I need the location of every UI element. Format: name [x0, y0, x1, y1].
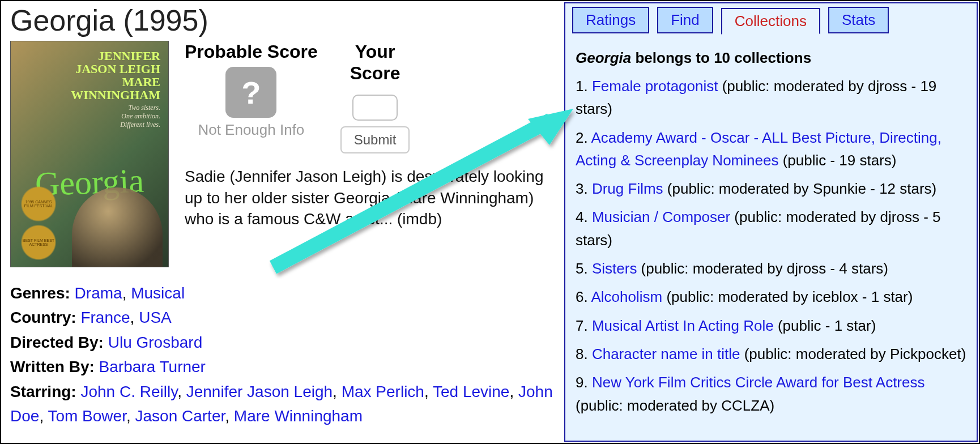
- collection-item: 7. Musical Artist In Acting Role (public…: [576, 314, 966, 337]
- collection-info: (public: moderated by Pickpocket): [740, 345, 966, 362]
- collection-item: 8. Character name in title (public: mode…: [576, 343, 966, 365]
- tab-find[interactable]: Find: [657, 7, 713, 33]
- collection-number: 2.: [576, 129, 591, 146]
- collection-link[interactable]: Alcoholism: [591, 288, 662, 305]
- page-title: Georgia (1995): [10, 3, 555, 37]
- probable-score-unknown-icon: ?: [225, 67, 276, 118]
- collection-item: 3. Drug Films (public: moderated by Spun…: [576, 177, 966, 200]
- director-link[interactable]: Ulu Grosbard: [108, 334, 203, 351]
- country-label: Country:: [10, 309, 76, 326]
- probable-score-label: Probable Score: [185, 41, 318, 62]
- tabs-row: Ratings Find Collections Stats: [565, 3, 977, 33]
- genres-label: Genres:: [10, 284, 70, 302]
- meta-directed: Directed By: Ulu Grosbard: [10, 330, 555, 355]
- cast-link[interactable]: Jennifer Jason Leigh: [186, 383, 333, 400]
- meta-country: Country: France, USA: [10, 305, 555, 330]
- collection-link[interactable]: Musician / Composer: [592, 208, 730, 225]
- cast-link[interactable]: Max Perlich: [342, 383, 424, 400]
- collection-number: 9.: [576, 374, 592, 391]
- movie-poster[interactable]: JENNIFER JASON LEIGH MARE WINNINGHAM Two…: [10, 41, 169, 267]
- collection-info: (public: moderated by iceblox - 1 star): [662, 288, 913, 305]
- collection-info: (public: moderated by CCLZA): [576, 397, 774, 414]
- collection-item: 4. Musician / Composer (public: moderate…: [576, 206, 966, 251]
- tab-stats[interactable]: Stats: [828, 7, 889, 33]
- collection-link[interactable]: Character name in title: [592, 345, 740, 362]
- your-score-label: YourScore: [340, 41, 410, 84]
- written-label: Written By:: [10, 358, 95, 375]
- poster-tagline: Two sisters. One ambition. Different liv…: [120, 104, 160, 129]
- poster-laurel-1: 1995 CANNES FILM FESTIVAL: [18, 183, 59, 225]
- poster-laurel-2: BEST FILM BEST ACTRESS: [18, 221, 59, 263]
- collections-panel: Ratings Find Collections Stats Georgia b…: [564, 2, 978, 442]
- collection-number: 6.: [576, 288, 591, 305]
- cast-link[interactable]: Tom Bower: [48, 407, 126, 425]
- collection-item: 9. New York Film Critics Circle Award fo…: [576, 371, 966, 417]
- collection-link[interactable]: New York Film Critics Circle Award for B…: [592, 374, 925, 391]
- collection-link[interactable]: Musical Artist In Acting Role: [592, 317, 774, 334]
- collections-list: 1. Female protagonist (public: moderated…: [565, 75, 977, 428]
- collection-number: 4.: [576, 208, 592, 225]
- collection-info: (public: moderated by Spunkie - 12 stars…: [663, 180, 937, 197]
- collection-info: (public: moderated by djross - 4 stars): [637, 260, 888, 277]
- collection-number: 3.: [576, 180, 592, 197]
- country-link[interactable]: France: [80, 309, 130, 326]
- collections-heading: Georgia belongs to 10 collections: [565, 33, 977, 75]
- meta-genres: Genres: Drama, Musical: [10, 281, 555, 305]
- directed-label: Directed By:: [10, 334, 104, 351]
- cast-link[interactable]: Jason Carter: [135, 407, 225, 425]
- meta-starring: Starring: John C. Reilly, Jennifer Jason…: [10, 379, 555, 429]
- collection-item: 1. Female protagonist (public: moderated…: [576, 75, 966, 121]
- meta-written: Written By: Barbara Turner: [10, 355, 555, 379]
- collection-number: 8.: [576, 345, 592, 362]
- top-row: JENNIFER JASON LEIGH MARE WINNINGHAM Two…: [10, 41, 555, 267]
- collection-item: 5. Sisters (public: moderated by djross …: [576, 257, 966, 280]
- your-score-input[interactable]: [352, 95, 398, 121]
- collection-number: 7.: [576, 317, 592, 334]
- writer-link[interactable]: Barbara Turner: [99, 358, 206, 375]
- starring-label: Starring:: [10, 383, 76, 400]
- metadata: Genres: Drama, Musical Country: France, …: [10, 281, 555, 428]
- synopsis: Sadie (Jennifer Jason Leigh) is desperat…: [185, 166, 555, 230]
- genre-link[interactable]: Musical: [131, 284, 185, 302]
- collection-number: 1.: [576, 78, 592, 95]
- tab-ratings[interactable]: Ratings: [572, 7, 649, 33]
- app-frame: Georgia (1995) JENNIFER JASON LEIGH MARE…: [0, 0, 980, 444]
- left-pane: Georgia (1995) JENNIFER JASON LEIGH MARE…: [1, 1, 564, 443]
- scores-area: Probable Score ? Not Enough Info YourSco…: [169, 41, 555, 267]
- collections-heading-rest: belongs to 10 collections: [631, 49, 811, 66]
- tab-collections[interactable]: Collections: [721, 8, 820, 35]
- cast-link[interactable]: Mare Winningham: [234, 407, 363, 425]
- collection-item: 6. Alcoholism (public: moderated by iceb…: [576, 285, 966, 308]
- collection-link[interactable]: Sisters: [592, 260, 637, 277]
- collection-link[interactable]: Female protagonist: [592, 78, 718, 95]
- collection-number: 5.: [576, 260, 592, 277]
- collection-link[interactable]: Drug Films: [592, 180, 663, 197]
- collections-heading-title: Georgia: [576, 49, 631, 66]
- country-link[interactable]: USA: [139, 309, 172, 326]
- cast-link[interactable]: Ted Levine: [433, 383, 509, 400]
- your-score-col: YourScore Submit: [340, 41, 410, 153]
- genre-link[interactable]: Drama: [75, 284, 122, 302]
- collection-info: (public - 19 stars): [778, 152, 896, 169]
- probable-score-col: Probable Score ? Not Enough Info: [185, 41, 318, 153]
- cast-link[interactable]: John C. Reilly: [80, 383, 177, 400]
- poster-cast-names: JENNIFER JASON LEIGH MARE WINNINGHAM: [71, 49, 160, 101]
- collection-item: 2. Academy Award - Oscar - ALL Best Pict…: [576, 126, 966, 172]
- submit-button[interactable]: Submit: [340, 126, 410, 153]
- collection-info: (public - 1 star): [774, 317, 876, 334]
- probable-score-status: Not Enough Info: [185, 121, 318, 139]
